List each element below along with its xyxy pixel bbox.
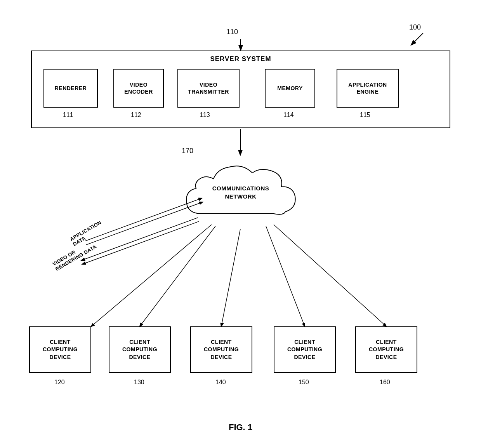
server-system-label: SERVER SYSTEM	[32, 55, 450, 63]
ref-120: 120	[54, 379, 65, 386]
renderer-box: RENDERER	[43, 69, 98, 108]
memory-box: MEMORY	[265, 69, 315, 108]
client-3-label: CLIENTCOMPUTINGDEVICE	[204, 338, 239, 361]
client-1-box: CLIENTCOMPUTINGDEVICE	[29, 326, 91, 373]
svg-line-7	[274, 225, 386, 326]
ref-115: 115	[360, 112, 370, 119]
ref-130: 130	[134, 379, 144, 386]
app-engine-label: APPLICATIONENGINE	[348, 81, 387, 95]
svg-line-4	[140, 226, 215, 326]
ref-112: 112	[131, 112, 141, 119]
ref-110: 110	[226, 28, 238, 36]
ref-160: 160	[380, 379, 390, 386]
ref-140: 140	[215, 379, 226, 386]
video-transmitter-label: VIDEOTRANSMITTER	[188, 81, 229, 95]
ref-100: 100	[409, 23, 421, 31]
renderer-label: RENDERER	[55, 85, 87, 92]
server-system-box: SERVER SYSTEM RENDERER VIDEOENCODER VIDE…	[31, 51, 450, 128]
client-3-box: CLIENTCOMPUTINGDEVICE	[190, 326, 252, 373]
svg-line-6	[266, 226, 305, 326]
diagram: 100 110 SERVER	[0, 0, 481, 448]
client-5-label: CLIENTCOMPUTINGDEVICE	[369, 338, 404, 361]
ref-114: 114	[283, 112, 294, 119]
svg-line-5	[221, 229, 240, 326]
client-5-box: CLIENTCOMPUTINGDEVICE	[355, 326, 417, 373]
ref-170: 170	[182, 147, 193, 155]
client-2-label: CLIENTCOMPUTINGDEVICE	[122, 338, 157, 361]
client-1-label: CLIENTCOMPUTINGDEVICE	[43, 338, 78, 361]
video-encoder-label: VIDEOENCODER	[124, 81, 153, 95]
svg-line-0	[412, 33, 423, 45]
client-4-box: CLIENTCOMPUTINGDEVICE	[274, 326, 336, 373]
video-transmitter-box: VIDEOTRANSMITTER	[177, 69, 240, 108]
ref-150: 150	[299, 379, 309, 386]
network-cloud: COMMUNICATIONSNETWORK	[171, 155, 311, 229]
memory-label: MEMORY	[277, 85, 302, 92]
client-4-label: CLIENTCOMPUTINGDEVICE	[287, 338, 322, 361]
client-2-box: CLIENTCOMPUTINGDEVICE	[109, 326, 171, 373]
network-label: COMMUNICATIONSNETWORK	[212, 184, 269, 200]
ref-111: 111	[63, 112, 73, 119]
video-encoder-box: VIDEOENCODER	[113, 69, 164, 108]
svg-line-3	[91, 225, 212, 326]
figure-label: FIG. 1	[0, 422, 481, 432]
ref-113: 113	[200, 112, 210, 119]
app-engine-box: APPLICATIONENGINE	[337, 69, 399, 108]
